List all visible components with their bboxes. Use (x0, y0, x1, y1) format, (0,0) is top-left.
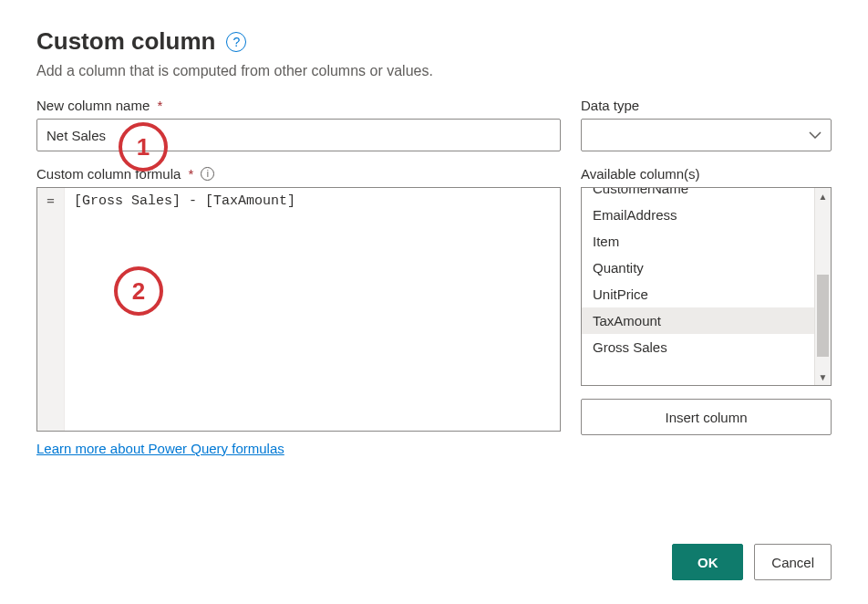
new-column-name-input[interactable] (36, 119, 561, 151)
list-item[interactable]: UnitPrice (582, 281, 814, 307)
new-column-name-label: New column name * (36, 98, 561, 113)
scroll-down-icon[interactable]: ▼ (815, 369, 831, 385)
list-item[interactable]: Gross Sales (582, 334, 814, 360)
info-icon[interactable]: i (201, 167, 214, 181)
formula-editor[interactable]: = [Gross Sales] - [TaxAmount] (36, 187, 561, 432)
formula-gutter: = (37, 188, 65, 431)
data-type-select[interactable] (581, 119, 832, 151)
learn-more-link[interactable]: Learn more about Power Query formulas (36, 441, 561, 456)
formula-text[interactable]: [Gross Sales] - [TaxAmount] (65, 188, 305, 431)
dialog-title: Custom column (36, 27, 215, 56)
dialog-subtitle: Add a column that is computed from other… (36, 63, 832, 79)
list-item[interactable]: EmailAddress (582, 202, 814, 228)
chevron-down-icon (809, 131, 822, 139)
help-icon[interactable]: ? (226, 32, 246, 52)
insert-column-button[interactable]: Insert column (581, 399, 832, 435)
list-item[interactable]: Quantity (582, 255, 814, 281)
scrollbar[interactable]: ▲ ▼ (814, 188, 831, 385)
scroll-up-icon[interactable]: ▲ (815, 188, 831, 204)
ok-button[interactable]: OK (672, 544, 743, 580)
list-item[interactable]: CustomerName (582, 188, 814, 202)
available-columns-list: CustomerName EmailAddress Item Quantity … (581, 187, 832, 386)
available-columns-label: Available column(s) (581, 166, 832, 182)
data-type-label: Data type (581, 98, 832, 113)
cancel-button[interactable]: Cancel (754, 544, 832, 580)
list-item[interactable]: Item (582, 228, 814, 255)
scroll-thumb[interactable] (817, 275, 829, 357)
formula-label: Custom column formula * i (36, 166, 561, 182)
list-item[interactable]: TaxAmount (582, 307, 814, 334)
